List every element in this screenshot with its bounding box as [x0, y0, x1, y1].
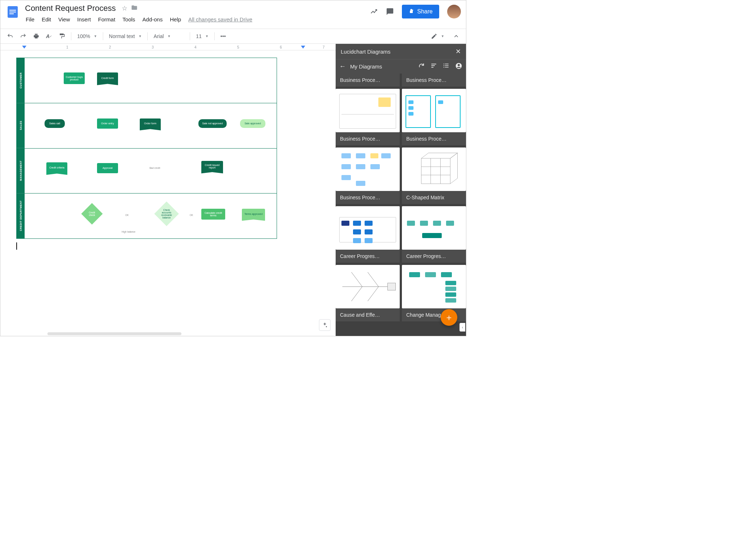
diagram-tile[interactable]: Change Manag…	[402, 265, 466, 321]
collapse-panel-tab[interactable]: ‹	[459, 323, 465, 332]
node-credit-issued[interactable]: Credit issued report	[201, 161, 223, 172]
close-icon[interactable]: ✕	[455, 47, 461, 55]
move-folder-icon[interactable]	[131, 4, 138, 13]
save-status[interactable]: All changes saved in Drive	[185, 15, 255, 24]
edge-label-bad-credit: Bad credit	[150, 167, 160, 169]
svg-line-21	[352, 287, 362, 301]
node-order-entry[interactable]: Order entry	[97, 118, 118, 129]
user-avatar[interactable]	[447, 5, 461, 18]
node-sale-not-approved[interactable]: Sale not approved	[198, 119, 227, 128]
node-sales-call[interactable]: Sales call	[45, 119, 65, 128]
lane-credit-dept: Credit check OK Check accounts receivabl…	[25, 194, 277, 238]
breadcrumb[interactable]: My Diagrams	[350, 63, 382, 70]
document-title[interactable]: Content Request Process	[23, 3, 118, 14]
diagram-tile[interactable]: Business Proce…	[336, 89, 400, 145]
edge-label-ok1: OK	[125, 214, 129, 216]
activity-icon[interactable]	[370, 8, 378, 16]
diagram-tile[interactable]: Cause and Effe…	[336, 265, 400, 321]
diagram-tile[interactable]: Business Proce…	[336, 147, 400, 204]
diagram-thumbnail	[336, 147, 400, 191]
menu-help[interactable]: Help	[167, 15, 184, 24]
explore-button[interactable]	[319, 319, 331, 331]
new-diagram-fab[interactable]: ＋	[441, 309, 457, 326]
comments-icon[interactable]	[386, 8, 394, 16]
menu-edit[interactable]: Edit	[39, 15, 54, 24]
node-sale-approved[interactable]: Sale approved	[240, 119, 265, 128]
svg-point-14	[444, 67, 444, 67]
refresh-icon[interactable]	[418, 62, 425, 71]
account-icon[interactable]	[455, 62, 462, 71]
print-button[interactable]	[30, 31, 42, 42]
menu-tools[interactable]: Tools	[119, 15, 138, 24]
lane-label-customer: CUSTOMER	[20, 72, 22, 88]
node-approval[interactable]: Approval	[97, 163, 118, 173]
star-icon[interactable]: ☆	[122, 4, 127, 12]
spellcheck-button[interactable]: A✓	[43, 31, 55, 41]
svg-rect-9	[431, 67, 433, 68]
paint-format-button[interactable]	[56, 31, 68, 42]
docs-icon[interactable]	[5, 3, 20, 21]
share-button[interactable]: Share	[402, 5, 439, 18]
diagram-tile[interactable]: Business Proce…	[402, 89, 466, 145]
zoom-dropdown[interactable]: 100%▼	[74, 31, 100, 41]
swimlane-label-column: CUSTOMER SALES MANAGEMENT CREDIT DEPARTM…	[17, 58, 25, 238]
node-customer-buys[interactable]: Customer buys product	[64, 72, 85, 84]
horizontal-scrollbar[interactable]	[47, 332, 181, 335]
collapse-toolbar-button[interactable]	[450, 31, 462, 42]
horizontal-ruler[interactable]: 1 2 3 4 5 6 7	[0, 44, 336, 50]
redo-button[interactable]	[17, 31, 29, 42]
node-order-form[interactable]: Order form	[140, 118, 161, 129]
undo-button[interactable]	[4, 31, 16, 42]
diagram-thumbnail	[402, 265, 466, 308]
font-dropdown[interactable]: Arial▼	[151, 31, 187, 41]
svg-rect-13	[445, 65, 449, 66]
svg-rect-7	[431, 64, 436, 65]
lane-label-credit-dept: CREDIT DEPARTMENT	[20, 200, 22, 231]
menu-addons[interactable]: Add-ons	[139, 15, 165, 24]
menu-format[interactable]: Format	[95, 15, 118, 24]
editing-mode-button[interactable]: ▼	[428, 31, 447, 42]
diagram-tile[interactable]: C-Shaped Matrix	[402, 147, 466, 204]
diagram-tile[interactable]: Business Proce…	[336, 74, 400, 87]
toolbar: A✓ 100%▼ Normal text▼ Arial▼ 11▼ ••• ▼	[0, 29, 466, 44]
side-panel-nav: ← My Diagrams	[336, 59, 466, 74]
diagram-thumbnail	[402, 206, 466, 250]
diagram-tile[interactable]: Business Proce…	[402, 74, 466, 87]
more-tools-button[interactable]: •••	[218, 31, 229, 41]
swimlane-diagram[interactable]: CUSTOMER SALES MANAGEMENT CREDIT DEPARTM…	[16, 58, 277, 239]
diagram-tile[interactable]: Career Progres…	[402, 206, 466, 263]
svg-rect-11	[445, 64, 449, 65]
side-panel-header: Lucidchart Diagrams ✕	[336, 44, 466, 59]
edge-label-high-balance: High balance	[122, 230, 135, 233]
node-calc-terms[interactable]: Calculate credit terms	[201, 209, 225, 220]
paragraph-style-dropdown[interactable]: Normal text▼	[106, 31, 145, 41]
node-terms-approved[interactable]: Terms approved	[242, 209, 265, 219]
node-check-ar[interactable]: Check accounts receivable balance	[154, 201, 179, 226]
lane-sales: Sales call Order entry Order form Sale n…	[25, 103, 277, 149]
diagrams-grid[interactable]: Business Proce… Business Proce… Business…	[336, 74, 466, 336]
sort-icon[interactable]	[430, 62, 437, 71]
node-credit-check[interactable]: Credit check	[81, 203, 102, 225]
diagram-thumbnail	[336, 206, 400, 250]
svg-rect-5	[410, 11, 413, 13]
node-credit-form[interactable]: Credit form	[97, 72, 118, 83]
svg-rect-15	[445, 67, 449, 68]
svg-rect-3	[9, 13, 14, 14]
title-bar: Content Request Process ☆ File Edit View…	[0, 0, 466, 29]
menu-view[interactable]: View	[55, 15, 73, 24]
font-size-dropdown[interactable]: 11▼	[193, 31, 211, 41]
node-credit-criteria[interactable]: Credit criteria	[46, 162, 67, 173]
back-icon[interactable]: ←	[339, 63, 346, 70]
diagram-tile[interactable]: Career Progres…	[336, 206, 400, 263]
menu-insert[interactable]: Insert	[74, 15, 94, 24]
svg-point-12	[444, 65, 444, 66]
svg-rect-1	[9, 10, 16, 11]
list-view-icon[interactable]	[443, 62, 449, 71]
diagram-thumbnail	[336, 89, 400, 132]
diagram-thumbnail	[402, 89, 466, 132]
menu-file[interactable]: File	[23, 15, 37, 24]
svg-line-20	[368, 272, 379, 287]
side-panel-title: Lucidchart Diagrams	[341, 49, 391, 55]
svg-line-22	[368, 287, 379, 301]
document-area[interactable]: 1 2 3 4 5 6 7 CUSTOMER SALES MANAGEMENT …	[0, 44, 336, 336]
